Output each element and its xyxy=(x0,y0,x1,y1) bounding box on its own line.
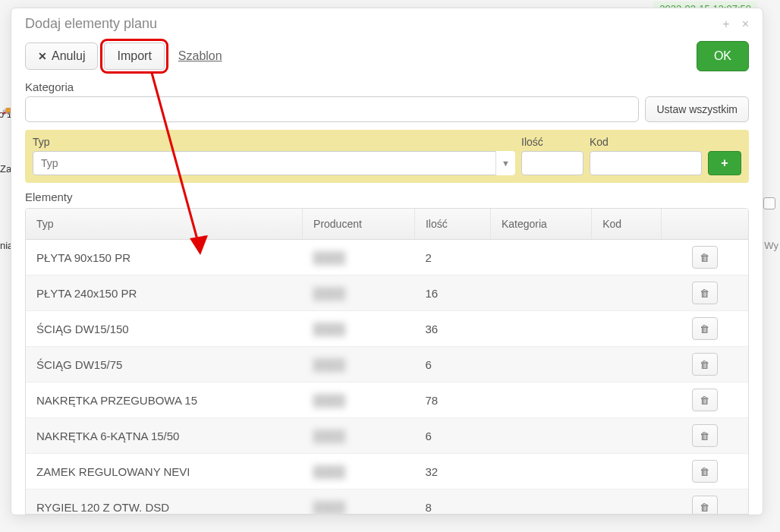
truck-icon: 🚚 xyxy=(2,106,11,115)
trash-icon: 🗑 xyxy=(700,466,709,477)
cell-producent: ████ xyxy=(303,418,415,454)
cell-actions: 🗑 xyxy=(661,311,748,347)
table-scroll[interactable]: Typ Producent Ilość Kategoria Kod PŁYTA … xyxy=(26,209,748,514)
cell-producent: ████ xyxy=(303,382,415,418)
cell-ilosc: 16 xyxy=(414,275,490,311)
table-row[interactable]: ŚCIĄG DW15/75 ████ 6 🗑 xyxy=(26,347,748,382)
col-header-typ[interactable]: Typ xyxy=(26,209,303,240)
cell-kategoria xyxy=(490,382,591,418)
bg-text: Za xyxy=(0,163,11,175)
cell-ilosc: 78 xyxy=(414,382,490,418)
bg-text: Wy xyxy=(764,240,778,251)
cell-kod xyxy=(592,454,662,490)
trash-icon: 🗑 xyxy=(700,359,709,370)
trash-icon: 🗑 xyxy=(700,430,709,442)
col-header-ilosc[interactable]: Ilość xyxy=(414,209,490,240)
kod-label: Kod xyxy=(590,136,702,148)
delete-row-button[interactable]: 🗑 xyxy=(692,246,718,269)
trash-icon: 🗑 xyxy=(700,252,709,263)
cell-producent: ████ xyxy=(303,454,415,490)
table-row[interactable]: PŁYTA 90x150 PR ████ 2 🗑 xyxy=(26,240,748,275)
cell-kod xyxy=(592,240,662,275)
cell-typ: RYGIEL 120 Z OTW. DSD xyxy=(26,490,303,515)
cell-actions: 🗑 xyxy=(661,454,748,490)
cell-kod xyxy=(592,490,662,515)
dialog-toolbar: ✕ Anuluj Import Szablon OK xyxy=(11,36,763,80)
typ-label: Typ xyxy=(33,136,515,148)
ilosc-label: Ilość xyxy=(521,136,583,148)
col-header-kategoria[interactable]: Kategoria xyxy=(490,209,591,240)
delete-row-button[interactable]: 🗑 xyxy=(692,317,718,340)
cell-typ: ŚCIĄG DW15/150 xyxy=(26,311,303,347)
col-header-producent[interactable]: Producent xyxy=(303,209,415,240)
ilosc-input[interactable] xyxy=(521,151,583,175)
cell-producent: ████ xyxy=(303,490,415,515)
chevron-down-icon[interactable]: ▼ xyxy=(495,151,515,175)
cell-kod xyxy=(592,275,662,311)
dialog-add-icon[interactable]: + xyxy=(722,18,729,30)
cell-actions: 🗑 xyxy=(661,418,748,454)
kategoria-label: Kategoria xyxy=(11,80,763,96)
cell-producent: ████ xyxy=(303,347,415,382)
cancel-label: Anuluj xyxy=(52,49,85,63)
dialog-header: Dodaj elementy planu + × xyxy=(11,8,763,36)
import-button[interactable]: Import xyxy=(104,42,164,70)
cell-ilosc: 2 xyxy=(414,240,490,275)
delete-row-button[interactable]: 🗑 xyxy=(692,389,718,411)
ustaw-wszystkim-button[interactable]: Ustaw wszystkim xyxy=(645,96,749,122)
col-header-kod[interactable]: Kod xyxy=(592,209,662,240)
table-row[interactable]: ZAMEK REGULOWANY NEVI ████ 32 🗑 xyxy=(26,454,748,490)
cell-kategoria xyxy=(490,240,591,275)
col-header-actions xyxy=(661,209,748,240)
table-row[interactable]: RYGIEL 120 Z OTW. DSD ████ 8 🗑 xyxy=(26,490,748,515)
table-row[interactable]: PŁYTA 240x150 PR ████ 16 🗑 xyxy=(26,275,748,311)
cell-kategoria xyxy=(490,275,591,311)
delete-row-button[interactable]: 🗑 xyxy=(692,460,718,483)
dialog-close-icon[interactable]: × xyxy=(742,18,749,30)
cell-kategoria xyxy=(490,418,591,454)
cell-typ: NAKRĘTKA 6-KĄTNA 15/50 xyxy=(26,418,303,454)
cell-ilosc: 6 xyxy=(414,347,490,382)
trash-icon: 🗑 xyxy=(700,395,709,406)
kategoria-input[interactable] xyxy=(25,96,639,122)
quick-add-panel: Typ Ilość Kod ▼ + xyxy=(25,130,749,183)
ok-button[interactable]: OK xyxy=(697,41,749,71)
cell-kategoria xyxy=(490,311,591,347)
table-row[interactable]: ŚCIĄG DW15/150 ████ 36 🗑 xyxy=(26,311,748,347)
delete-row-button[interactable]: 🗑 xyxy=(692,282,718,304)
delete-row-button[interactable]: 🗑 xyxy=(692,424,718,447)
cell-producent: ████ xyxy=(303,275,415,311)
cell-actions: 🗑 xyxy=(661,275,748,311)
cell-typ: PŁYTA 240x150 PR xyxy=(26,275,303,311)
cell-typ: ŚCIĄG DW15/75 xyxy=(26,347,303,382)
dialog-title: Dodaj elementy planu xyxy=(25,16,157,32)
table-row[interactable]: NAKRĘTKA PRZEGUBOWA 15 ████ 78 🗑 xyxy=(26,382,748,418)
szablon-link[interactable]: Szablon xyxy=(178,49,222,63)
elementy-table: Typ Producent Ilość Kategoria Kod PŁYTA … xyxy=(26,209,748,514)
cell-kategoria xyxy=(490,347,591,382)
elementy-table-wrap: Typ Producent Ilość Kategoria Kod PŁYTA … xyxy=(25,208,749,515)
cell-producent: ████ xyxy=(303,240,415,275)
cell-kod xyxy=(592,418,662,454)
add-row-button[interactable]: + xyxy=(708,151,741,175)
trash-icon: 🗑 xyxy=(700,288,709,299)
cell-typ: ZAMEK REGULOWANY NEVI xyxy=(26,454,303,490)
cell-producent: ████ xyxy=(303,311,415,347)
trash-icon: 🗑 xyxy=(700,323,709,335)
cancel-button[interactable]: ✕ Anuluj xyxy=(25,42,98,70)
cell-kod xyxy=(592,382,662,418)
kod-input[interactable] xyxy=(590,151,702,175)
bg-checkbox[interactable] xyxy=(763,197,775,209)
cell-ilosc: 8 xyxy=(414,490,490,515)
cell-kod xyxy=(592,347,662,382)
delete-row-button[interactable]: 🗑 xyxy=(692,496,718,514)
cell-actions: 🗑 xyxy=(661,382,748,418)
cell-ilosc: 32 xyxy=(414,454,490,490)
table-row[interactable]: NAKRĘTKA 6-KĄTNA 15/50 ████ 6 🗑 xyxy=(26,418,748,454)
cell-actions: 🗑 xyxy=(661,240,748,275)
add-plan-elements-dialog: Dodaj elementy planu + × ✕ Anuluj Import… xyxy=(11,8,763,515)
cell-ilosc: 36 xyxy=(414,311,490,347)
typ-combo[interactable] xyxy=(33,151,515,175)
delete-row-button[interactable]: 🗑 xyxy=(692,353,718,376)
elementy-label: Elementy xyxy=(11,190,763,208)
